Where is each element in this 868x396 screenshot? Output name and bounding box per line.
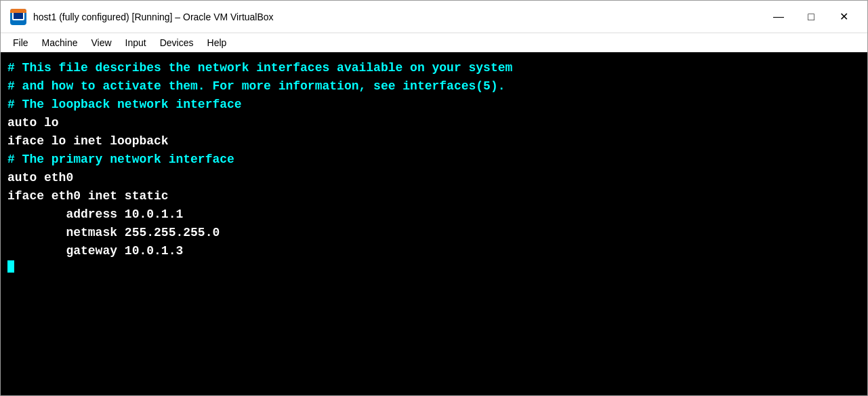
menu-bar: File Machine View Input Devices Help — [1, 33, 867, 54]
close-button[interactable]: ✕ — [828, 6, 859, 28]
terminal-line: # This file describes the network interf… — [7, 59, 861, 77]
menu-input[interactable]: Input — [119, 35, 153, 51]
terminal-line: address 10.0.1.1 — [7, 205, 861, 224]
virtualbox-window: host1 (fully configured) [Running] – Ora… — [0, 0, 868, 396]
terminal-line: # and how to activate them. For more inf… — [7, 77, 861, 96]
terminal-line: # The loopback network interface — [7, 96, 861, 114]
virtualbox-icon — [9, 7, 28, 26]
terminal-line: gateway 10.0.1.3 — [7, 242, 861, 260]
menu-view[interactable]: View — [84, 35, 118, 51]
terminal-line: iface eth0 inet static — [7, 187, 861, 205]
window-title: host1 (fully configured) [Running] – Ora… — [33, 12, 763, 22]
window-controls: — □ ✕ — [763, 6, 859, 28]
terminal-line: auto lo — [7, 114, 861, 132]
cursor-line — [7, 260, 861, 273]
svg-rect-2 — [14, 12, 23, 19]
terminal-line: # The primary network interface — [7, 151, 861, 169]
terminal-line: auto eth0 — [7, 169, 861, 187]
terminal-area[interactable]: # This file describes the network interf… — [1, 54, 867, 395]
terminal-cursor — [7, 260, 14, 273]
menu-devices[interactable]: Devices — [153, 35, 201, 51]
title-bar: host1 (fully configured) [Running] – Ora… — [1, 1, 867, 33]
terminal-line: iface lo inet loopback — [7, 132, 861, 151]
minimize-button[interactable]: — — [763, 6, 794, 28]
svg-rect-5 — [10, 11, 26, 13]
menu-help[interactable]: Help — [201, 35, 234, 51]
menu-file[interactable]: File — [6, 35, 35, 51]
menu-machine[interactable]: Machine — [35, 35, 85, 51]
terminal-line: netmask 255.255.255.0 — [7, 224, 861, 242]
maximize-button[interactable]: □ — [795, 6, 827, 28]
